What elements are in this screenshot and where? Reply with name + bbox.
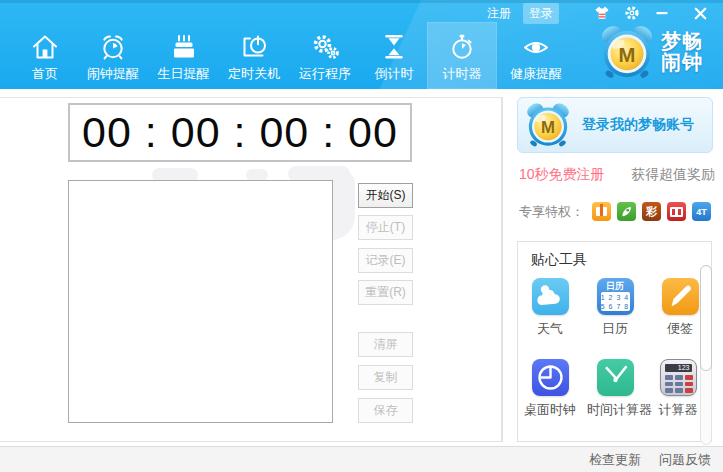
cloud-4t-icon[interactable]: 4T [692,202,711,221]
tab-label: 闹钟提醒 [87,67,139,80]
alarm-icon [98,32,128,62]
tool-label: 时间计算器 [587,401,643,419]
skin-icon[interactable] [593,4,611,22]
reset-button[interactable]: 重置(R) [358,280,413,305]
lap-record-list[interactable] [68,180,333,423]
home-icon [30,32,60,62]
weather-icon [532,278,569,315]
desktop-clock-icon [532,359,569,396]
app-window: 注册 登录 [0,0,723,472]
account-login-button[interactable]: M 登录我的梦畅账号 [517,97,713,153]
content-area: 00 : 00 : 00 : 00 开始(S) 停止(T) 记录(E) 重置(R… [0,89,723,446]
scrollbar-thumb[interactable] [700,265,712,371]
tool-desktop-clock[interactable]: 桌面时钟 [522,359,578,419]
rocket-green-icon[interactable] [617,202,636,221]
birthday-cake-icon [169,32,199,62]
login-link[interactable]: 登录 [523,3,559,24]
settings-gear-icon[interactable] [623,4,641,22]
mengchang-clock-icon: M [524,101,572,149]
privileges-row: 专享特权： 彩 4T [519,202,717,221]
hourglass-icon [379,32,409,62]
mengchang-clock-icon: M [598,23,656,81]
start-button[interactable]: 开始(S) [358,183,413,208]
tool-calculator[interactable]: 123 计算器 [650,359,706,419]
tool-weather[interactable]: 天气 [522,278,578,338]
save-button[interactable]: 保存 [358,398,413,423]
tool-time-calculator[interactable]: 时间计算器 [587,359,643,419]
gift-orange-icon[interactable] [592,202,611,221]
divider [502,97,503,442]
time-calculator-icon [597,359,634,396]
feedback-link[interactable]: 问题反馈 [659,451,711,469]
privileges-label: 专享特权： [519,203,584,221]
tool-label: 天气 [522,320,578,338]
tab-label: 首页 [32,67,58,80]
free-register-link[interactable]: 10秒免费注册 [519,166,605,184]
eye-icon [521,32,551,62]
svg-text:M: M [541,118,555,137]
gift-red-icon[interactable] [667,202,686,221]
check-update-link[interactable]: 检查更新 [589,451,641,469]
tab-run-program[interactable]: 运行程序 [289,22,361,89]
minimize-icon[interactable] [653,4,671,22]
promo-row: 10秒免费注册 获得超值奖励 [519,166,715,184]
titlebar: 注册 登录 [481,3,709,23]
notes-pencil-icon [662,278,699,315]
calendar-icon: 日历 1 2 3 4 5 6 7 8 [597,278,634,315]
register-link[interactable]: 注册 [481,3,517,24]
shutdown-icon [239,32,269,62]
handy-tools-panel: 贴心工具 天气 日历 1 2 3 4 5 6 7 8 [517,241,712,442]
timer-display: 00 : 00 : 00 : 00 [68,103,412,162]
tab-label: 运行程序 [299,67,351,80]
calculator-icon: 123 [660,359,697,396]
stop-button[interactable]: 停止(T) [358,215,413,240]
tab-alarm-reminder[interactable]: 闹钟提醒 [78,22,148,89]
tab-home[interactable]: 首页 [12,22,78,89]
svg-text:M: M [619,44,636,66]
lottery-icon[interactable]: 彩 [642,202,661,221]
tool-label: 计算器 [650,401,706,419]
toolbar: 首页 闹钟提醒 生日提醒 [12,22,575,89]
gears-icon [310,32,340,62]
close-icon[interactable] [691,4,709,22]
tab-label: 定时关机 [228,67,280,80]
tools-title: 贴心工具 [531,251,587,269]
tool-label: 桌面时钟 [522,401,578,419]
tab-label: 倒计时 [375,67,414,80]
copy-button[interactable]: 复制 [358,365,413,390]
record-button[interactable]: 记录(E) [358,248,413,273]
tool-calendar[interactable]: 日历 1 2 3 4 5 6 7 8 日历 [587,278,643,338]
tab-birthday-reminder[interactable]: 生日提醒 [148,22,219,89]
tab-label: 生日提醒 [158,67,210,80]
tab-label: 计时器 [443,67,482,80]
tool-label: 日历 [587,320,643,338]
tab-timer[interactable]: 计时器 [427,22,497,89]
tab-scheduled-shutdown[interactable]: 定时关机 [219,22,289,89]
header: 注册 登录 [0,0,723,89]
stopwatch-icon [447,32,477,62]
app-title: 梦畅 闹钟 [661,31,703,73]
app-logo: M 梦畅 闹钟 [598,23,703,81]
clear-button[interactable]: 清屏 [358,332,413,357]
reward-text: 获得超值奖励 [631,166,715,184]
tab-health-reminder[interactable]: 健康提醒 [497,22,575,89]
status-bar: 检查更新 问题反馈 [0,446,723,472]
login-account-label: 登录我的梦畅账号 [582,116,694,134]
tab-countdown[interactable]: 倒计时 [361,22,427,89]
tab-label: 健康提醒 [510,67,562,80]
